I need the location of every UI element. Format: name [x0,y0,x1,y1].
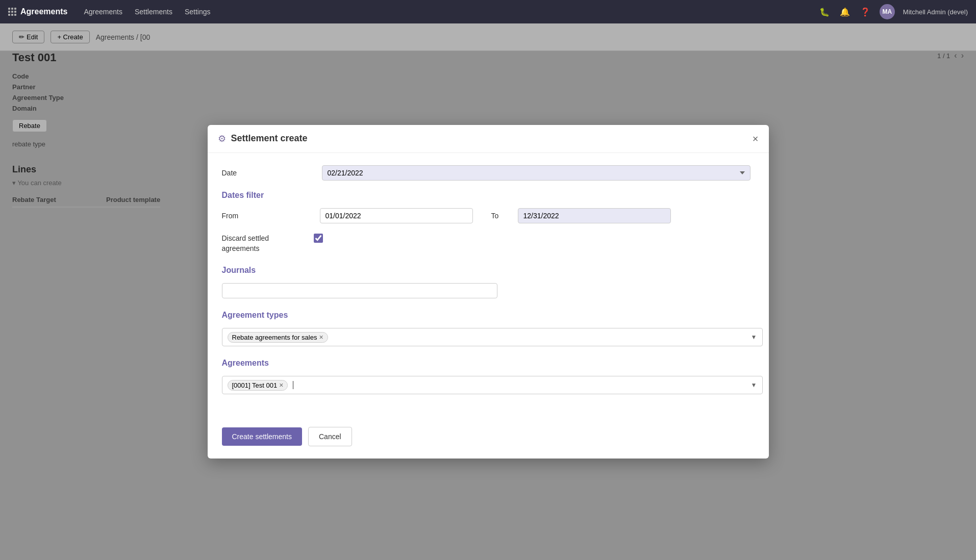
app-title: Agreements [20,7,67,16]
nav-agreements[interactable]: Agreements [84,8,122,16]
dates-filter-title: Dates filter [222,191,755,200]
agreement-types-dropdown-arrow: ▼ [751,334,757,341]
bell-icon[interactable]: 🔔 [839,6,851,18]
from-input[interactable] [320,208,473,223]
modal-title: Settlement create [231,133,747,144]
cancel-button[interactable]: Cancel [308,427,352,446]
user-label: Mitchell Admin (devel) [903,8,968,16]
agreement-types-title: Agreement types [222,311,755,320]
top-navigation: Agreements Agreements Settlements Settin… [0,0,976,23]
journals-select[interactable] [222,283,497,298]
agreement-tag-remove-0[interactable]: × [279,381,283,389]
agreement-tag-0: [0001] Test 001 × [228,380,288,391]
create-settlements-button[interactable]: Create settlements [222,427,303,446]
date-row: Date [222,165,755,181]
to-field: To [491,208,671,223]
nav-settings[interactable]: Settings [185,8,211,16]
modal-footer: Create settlements Cancel [208,419,769,459]
agreement-type-tag-0: Rebate agreements for sales × [228,332,328,343]
agreement-type-tag-remove-0[interactable]: × [319,334,323,341]
agreements-dropdown-arrow: ▼ [751,381,757,389]
to-input[interactable] [518,208,671,223]
discard-row: Discard settledagreements [222,234,755,253]
agreements-section: Agreements [0001] Test 001 × ▼ [222,359,755,394]
agreement-type-tag-label: Rebate agreements for sales [232,334,317,341]
discard-label: Discard settledagreements [222,234,314,253]
dates-filter-section: Dates filter From To Discard settledagre… [222,191,755,253]
agreement-types-section: Agreement types Rebate agreements for sa… [222,311,755,346]
top-nav-right: 🐛 🔔 ❓ MA Mitchell Admin (devel) [818,4,968,19]
modal-body: Date Dates filter From To [208,153,769,419]
from-to-row: From To [222,208,755,223]
modal-header-icon: ⚙ [218,133,226,144]
nav-settlements[interactable]: Settlements [135,8,172,16]
journals-title: Journals [222,266,755,275]
discard-checkbox[interactable] [314,234,323,243]
date-input[interactable] [322,165,750,181]
settlement-create-modal: ⚙ Settlement create × Date Dates filter … [208,125,769,459]
agreements-input[interactable]: [0001] Test 001 × ▼ [222,376,763,394]
modal-header: ⚙ Settlement create × [208,125,769,153]
nav-links: Agreements Settlements Settings [84,8,210,16]
avatar[interactable]: MA [880,4,895,19]
agreement-types-input[interactable]: Rebate agreements for sales × ▼ [222,328,763,346]
modal-close-button[interactable]: × [753,134,759,144]
help-icon[interactable]: ❓ [859,6,871,18]
text-cursor [293,381,293,389]
agreement-tag-label: [0001] Test 001 [232,381,278,389]
date-label: Date [222,169,314,177]
agreements-title: Agreements [222,359,755,368]
app-logo: Agreements [8,7,67,16]
modal-overlay: ⚙ Settlement create × Date Dates filter … [0,23,976,560]
from-field: From [222,208,473,223]
from-label: From [222,212,314,220]
bug-icon[interactable]: 🐛 [818,6,831,18]
grid-icon [8,8,16,16]
journals-section: Journals [222,266,755,298]
to-label: To [491,212,512,220]
